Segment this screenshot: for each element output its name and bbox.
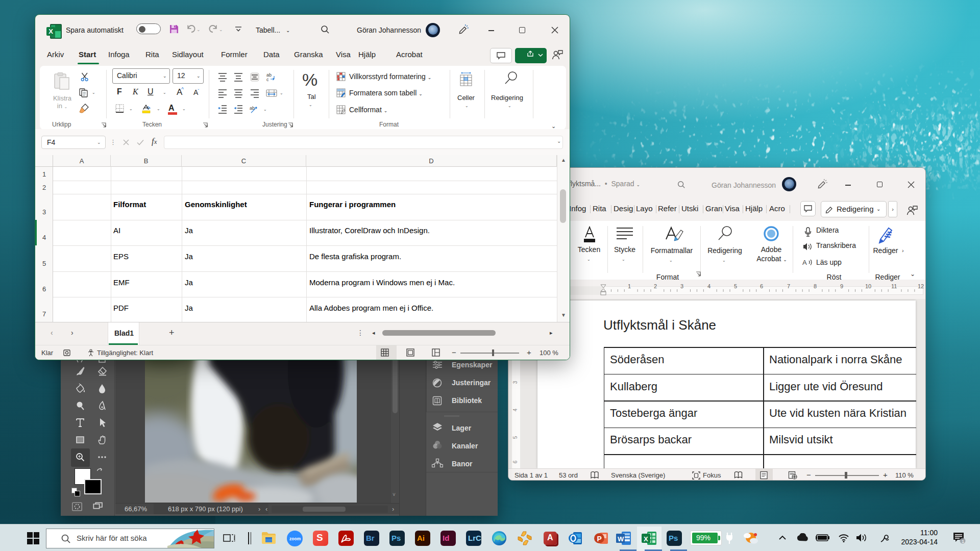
- svg-text:c: c: [266, 77, 269, 82]
- svg-text:X: X: [48, 28, 53, 35]
- svg-text:W: W: [618, 535, 624, 543]
- svg-text:A: A: [802, 259, 807, 266]
- svg-text:P: P: [597, 535, 602, 543]
- svg-text:1: 1: [962, 539, 964, 544]
- svg-text:X: X: [644, 535, 648, 543]
